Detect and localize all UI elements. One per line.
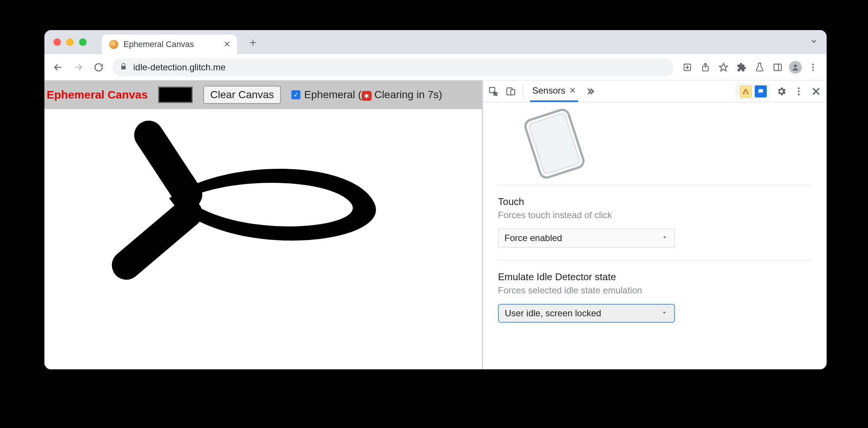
ephemeral-text: Ephemeral (✱ Clearing in 7s) xyxy=(304,89,442,101)
devtools-tab-label: Sensors xyxy=(532,85,565,96)
touch-select[interactable]: Force enabled xyxy=(498,229,675,247)
chevron-down-icon xyxy=(661,308,668,319)
svg-point-13 xyxy=(812,69,814,71)
touch-title: Touch xyxy=(498,196,812,208)
idle-select[interactable]: User idle, screen locked xyxy=(498,304,675,323)
forward-button[interactable] xyxy=(72,61,85,74)
svg-point-20 xyxy=(798,90,800,92)
svg-point-10 xyxy=(794,64,796,67)
touch-subtitle: Forces touch instead of click xyxy=(498,210,812,220)
browser-window: Ephemeral Canvas ✕ ＋ idle-detection.glit… xyxy=(44,30,827,369)
close-tab-icon[interactable]: ✕ xyxy=(569,86,576,96)
bookmark-icon[interactable] xyxy=(717,61,730,74)
svg-marker-6 xyxy=(719,63,728,71)
svg-rect-8 xyxy=(774,64,781,70)
favicon-icon xyxy=(109,40,118,49)
color-picker[interactable] xyxy=(158,87,193,103)
address-bar[interactable]: idle-detection.glitch.me xyxy=(112,58,674,76)
idle-section: Emulate Idle Detector state Forces selec… xyxy=(498,260,812,335)
close-tab-button[interactable]: ✕ xyxy=(224,40,230,49)
new-tab-button[interactable]: ＋ xyxy=(245,34,261,50)
orientation-preview xyxy=(498,102,611,181)
svg-point-21 xyxy=(798,93,800,95)
profile-avatar[interactable] xyxy=(789,61,802,74)
window-controls xyxy=(53,38,87,46)
tab-title: Ephemeral Canvas xyxy=(123,39,218,49)
browser-toolbar: idle-detection.glitch.me xyxy=(44,54,827,80)
ephemeral-toggle[interactable]: ✓ Ephemeral (✱ Clearing in 7s) xyxy=(291,89,442,101)
siren-icon: ✱ xyxy=(362,91,372,101)
maximize-window-button[interactable] xyxy=(79,38,87,46)
close-window-button[interactable] xyxy=(53,38,61,46)
url-text: idle-detection.glitch.me xyxy=(133,62,225,73)
lock-icon xyxy=(120,62,127,73)
more-tabs-icon[interactable] xyxy=(585,86,595,97)
minimize-window-button[interactable] xyxy=(66,38,74,46)
devtools-tab-sensors[interactable]: Sensors ✕ xyxy=(530,80,578,102)
app-header: Ephemeral Canvas Clear Canvas ✓ Ephemera… xyxy=(44,80,482,109)
clear-canvas-button[interactable]: Clear Canvas xyxy=(203,86,281,104)
svg-rect-18 xyxy=(511,90,515,95)
devtools-close-icon[interactable] xyxy=(811,86,821,97)
ephemeral-checkbox[interactable]: ✓ xyxy=(291,90,300,99)
svg-point-19 xyxy=(798,87,800,89)
idle-subtitle: Forces selected idle state emulation xyxy=(498,285,812,296)
svg-point-11 xyxy=(812,64,814,65)
svg-marker-26 xyxy=(663,237,666,238)
svg-rect-25 xyxy=(528,113,580,175)
reload-button[interactable] xyxy=(92,61,105,74)
app-title: Ephemeral Canvas xyxy=(47,88,148,101)
labs-icon[interactable] xyxy=(753,61,766,74)
touch-select-value: Force enabled xyxy=(504,233,562,243)
idle-title: Emulate Idle Detector state xyxy=(498,271,812,283)
devtools-panel: Sensors ✕ xyxy=(483,80,827,369)
inspect-element-icon[interactable] xyxy=(488,86,499,97)
content-split: Ephemeral Canvas Clear Canvas ✓ Ephemera… xyxy=(44,80,827,369)
canvas-drawing xyxy=(44,109,482,369)
browser-tab[interactable]: Ephemeral Canvas ✕ xyxy=(102,35,237,54)
back-button[interactable] xyxy=(51,61,65,74)
settings-icon[interactable] xyxy=(776,86,787,97)
svg-marker-27 xyxy=(663,312,666,313)
warnings-badge[interactable] xyxy=(740,85,752,97)
chevron-down-icon xyxy=(661,233,669,243)
page-pane: Ephemeral Canvas Clear Canvas ✓ Ephemera… xyxy=(44,80,483,369)
install-app-icon[interactable] xyxy=(681,61,694,74)
share-icon[interactable] xyxy=(699,61,712,74)
devtools-body: Touch Forces touch instead of click Forc… xyxy=(483,102,827,369)
side-panel-icon[interactable] xyxy=(771,61,784,74)
tab-strip: Ephemeral Canvas ✕ ＋ xyxy=(44,30,827,54)
drawing-canvas[interactable] xyxy=(44,109,482,369)
svg-line-14 xyxy=(149,135,188,194)
svg-point-12 xyxy=(812,66,814,68)
idle-select-value: User idle, screen locked xyxy=(505,308,601,319)
devtools-tabbar: Sensors ✕ xyxy=(483,80,827,102)
toolbar-actions xyxy=(681,61,820,74)
devtools-menu-icon[interactable] xyxy=(793,86,804,97)
svg-line-15 xyxy=(126,213,188,265)
tabs-overflow-button[interactable] xyxy=(810,38,818,47)
touch-section: Touch Forces touch instead of click Forc… xyxy=(498,185,812,260)
device-toolbar-icon[interactable] xyxy=(506,86,516,97)
kebab-menu-icon[interactable] xyxy=(806,61,820,74)
issues-badge[interactable] xyxy=(755,85,767,97)
extensions-icon[interactable] xyxy=(735,61,748,74)
